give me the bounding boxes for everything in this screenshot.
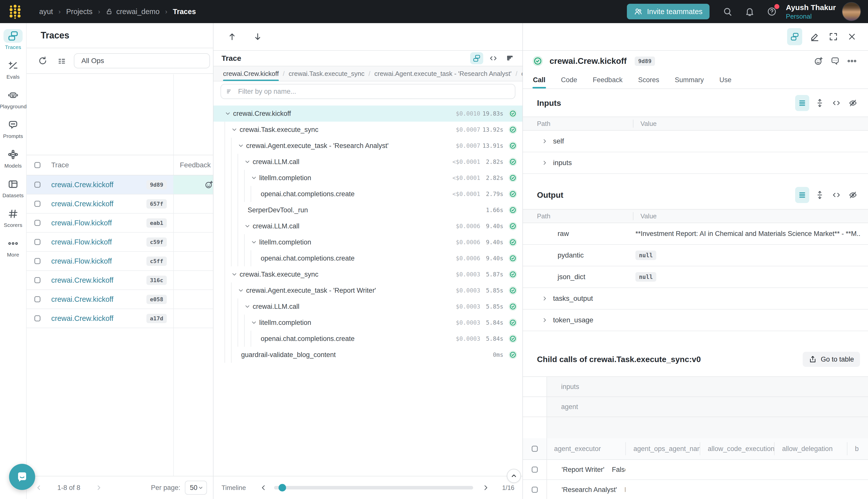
breadcrumb-item[interactable]: Projects — [66, 8, 93, 16]
tree-row[interactable]: guardrail-validate_blog_content 0ms — [213, 347, 522, 363]
next-trace-arrow-icon[interactable] — [250, 29, 265, 44]
tab-use[interactable]: Use — [719, 76, 732, 88]
sidebar-item-evals[interactable]: Evals — [3, 59, 23, 80]
add-reaction-icon[interactable] — [814, 56, 823, 66]
sidebar-item-scorers[interactable]: Scorers — [3, 207, 23, 228]
manage-columns-icon[interactable] — [54, 53, 69, 68]
trace-op-link[interactable]: crewai.Flow.kickoff — [51, 238, 112, 246]
tab-feedback[interactable]: Feedback — [592, 76, 623, 88]
row-checkbox[interactable] — [34, 200, 41, 208]
tree-row[interactable]: crewai.Agent.execute_task - 'Report Writ… — [213, 282, 522, 299]
expanded-view-icon[interactable] — [795, 95, 809, 111]
trace-op-link[interactable]: crewai.Flow.kickoff — [51, 219, 112, 227]
tree-view-toggle-icon[interactable] — [787, 28, 802, 45]
expand-rows-icon[interactable] — [814, 189, 826, 201]
op-name-filter-input[interactable] — [237, 87, 510, 96]
tree-row[interactable]: litellm.completion $0.0006 9.40s — [213, 234, 522, 250]
tree-row[interactable]: crewai.Crew.kickoff $0.0010 19.83s — [213, 106, 522, 122]
column-header[interactable]: agent_ops_agent_nan — [625, 442, 700, 455]
column-header[interactable]: agent_executor — [546, 442, 625, 455]
tree-row[interactable]: litellm.completion $0.0003 5.84s — [213, 315, 522, 331]
row-checkbox[interactable] — [34, 219, 41, 227]
kv-row[interactable]: inputs — [523, 152, 868, 174]
trace-id-badge[interactable]: 657f — [146, 199, 167, 208]
trace-id-badge[interactable]: e058 — [146, 295, 167, 304]
prev-page-icon[interactable] — [33, 482, 45, 494]
tree-row[interactable]: crewai.LLM.call $0.0003 5.85s — [213, 299, 522, 315]
tree-row[interactable]: openai.chat.completions.create $0.0006 9… — [213, 250, 522, 266]
chevron-down-icon[interactable] — [231, 126, 238, 133]
kv-row[interactable]: tasks_output — [523, 288, 868, 309]
timeline-prev-icon[interactable] — [258, 482, 269, 493]
hide-values-icon[interactable] — [847, 189, 859, 201]
child-call-row[interactable]: 'Report Writer'FalseFalse'E — [523, 460, 868, 480]
breadcrumb-item[interactable]: ayut — [39, 8, 53, 16]
call-breadcrumb-tab[interactable]: crewai.LLM.call — [521, 66, 522, 81]
row-checkbox[interactable] — [531, 486, 538, 494]
hide-values-icon[interactable] — [847, 97, 859, 109]
trace-row[interactable]: crewai.Crew.kickoff a17d — [27, 309, 213, 328]
per-page-select[interactable]: 50 — [185, 480, 207, 495]
sidebar-item-more[interactable]: More — [3, 237, 23, 258]
tree-row[interactable]: openai.chat.completions.create <$0.0001 … — [213, 186, 522, 202]
trace-id-badge[interactable]: 9d89 — [146, 180, 167, 190]
trace-row[interactable]: crewai.Crew.kickoff e058 — [27, 290, 213, 309]
chevron-down-icon[interactable] — [238, 287, 245, 294]
trace-op-link[interactable]: crewai.Crew.kickoff — [51, 276, 113, 284]
tree-row[interactable]: crewai.Task.execute_sync $0.0003 5.87s — [213, 266, 522, 282]
chevron-down-icon[interactable] — [244, 303, 251, 310]
sidebar-item-traces[interactable]: Traces — [3, 29, 23, 50]
ops-filter-dropdown[interactable]: All Ops — [74, 53, 210, 68]
row-checkbox[interactable] — [34, 295, 41, 303]
trace-id-badge[interactable]: a17d — [146, 314, 167, 323]
trace-op-link[interactable]: crewai.Crew.kickoff — [51, 181, 113, 189]
trace-id-badge[interactable]: 316c — [146, 276, 167, 285]
refresh-icon[interactable] — [35, 53, 50, 68]
help-icon[interactable] — [763, 2, 781, 21]
kv-row[interactable]: token_usage — [523, 309, 868, 331]
column-header[interactable]: allow_delegation — [774, 442, 847, 455]
select-all-checkbox[interactable] — [34, 161, 41, 169]
chat-support-button[interactable] — [9, 464, 35, 490]
search-icon[interactable] — [719, 2, 737, 21]
flame-graph-icon[interactable] — [503, 52, 516, 64]
chevron-right-icon[interactable] — [542, 138, 548, 145]
tree-row[interactable]: SerperDevTool._run 1.66s — [213, 202, 522, 218]
row-checkbox[interactable] — [34, 276, 41, 284]
tree-row[interactable]: crewai.Task.execute_sync $0.0007 13.92s — [213, 122, 522, 138]
row-checkbox[interactable] — [34, 238, 41, 246]
timeline-next-icon[interactable] — [480, 482, 491, 493]
trace-row[interactable]: crewai.Flow.kickoff c5ff — [27, 252, 213, 271]
tree-row[interactable]: litellm.completion <$0.0001 2.82s — [213, 170, 522, 186]
chevron-right-icon[interactable] — [542, 295, 548, 302]
child-call-row[interactable]: 'Research Analyst'FalseFalse'E — [523, 480, 868, 499]
expanded-view-icon[interactable] — [795, 187, 809, 203]
chevron-down-icon[interactable] — [224, 110, 232, 117]
column-header-trace[interactable]: Trace — [51, 161, 69, 169]
sidebar-item-prompts[interactable]: Prompts — [3, 118, 23, 139]
breadcrumb-item[interactable]: crewai_demo — [106, 8, 160, 16]
chevron-right-icon[interactable] — [542, 317, 548, 324]
avatar[interactable] — [842, 2, 861, 21]
go-to-table-button[interactable]: Go to table — [803, 352, 860, 367]
edit-pencil-icon[interactable] — [809, 31, 821, 43]
call-breadcrumb-tab[interactable]: crewai.Agent.execute_task - 'Research An… — [374, 66, 512, 81]
timeline-slider[interactable] — [274, 486, 473, 489]
chevron-down-icon[interactable] — [244, 159, 251, 165]
chevron-right-icon[interactable] — [542, 160, 548, 166]
tab-call[interactable]: Call — [532, 76, 546, 88]
expand-rows-icon[interactable] — [814, 97, 826, 109]
trace-op-link[interactable]: crewai.Crew.kickoff — [51, 314, 113, 322]
column-header[interactable]: allow_code_execution — [700, 442, 774, 455]
code-view-icon[interactable] — [487, 52, 500, 64]
trace-op-link[interactable]: crewai.Crew.kickoff — [51, 295, 113, 304]
sidebar-item-models[interactable]: Models — [3, 148, 23, 169]
trace-id-badge[interactable]: c5ff — [146, 257, 167, 266]
chevron-down-icon[interactable] — [244, 223, 251, 229]
trace-id-badge[interactable]: eab1 — [146, 218, 167, 228]
tab-scores[interactable]: Scores — [638, 76, 660, 88]
tab-summary[interactable]: Summary — [674, 76, 705, 88]
sidebar-item-playground[interactable]: Playground — [0, 88, 27, 110]
prev-trace-arrow-icon[interactable] — [224, 29, 239, 44]
add-reaction-icon[interactable] — [204, 180, 213, 189]
